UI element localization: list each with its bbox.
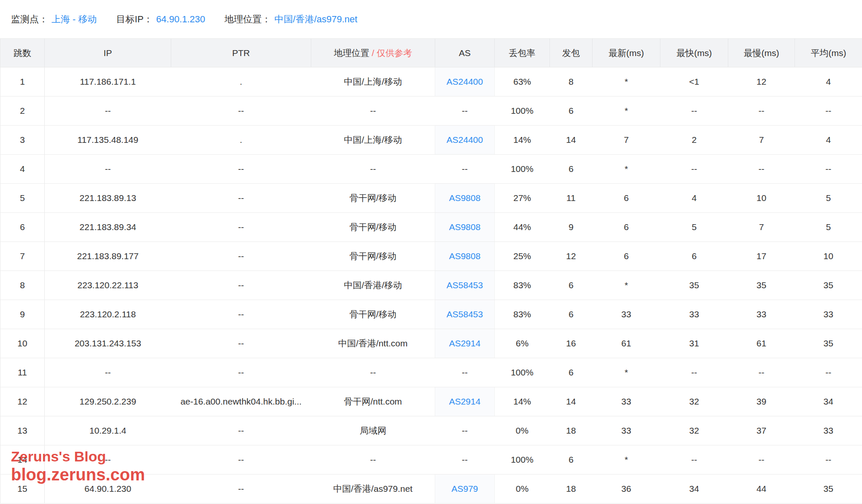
cell-ip: 117.135.48.149	[45, 126, 171, 155]
as-number-link[interactable]: AS58453	[447, 280, 483, 290]
cell-ptr: --	[171, 416, 311, 445]
cell-hop: 13	[0, 416, 45, 445]
cell-as: AS9808	[435, 184, 495, 213]
cell-avg: 33	[795, 416, 862, 445]
cell-sent: 8	[550, 67, 593, 97]
cell-hop: 4	[0, 155, 45, 184]
cell-avg: 35	[795, 475, 862, 504]
col-header-hop: 跳数	[0, 39, 45, 67]
col-header-ptr: PTR	[171, 39, 311, 67]
cell-fastest: 5	[660, 213, 728, 242]
table-row: 6221.183.89.34--骨干网/移动AS980844%96575	[0, 213, 862, 242]
cell-location: 中国/香港/ntt.com	[311, 329, 435, 358]
cell-location: --	[311, 97, 435, 126]
col-header-fastest: 最快(ms)	[660, 39, 728, 67]
cell-as: AS58453	[435, 271, 495, 300]
as-number-link[interactable]: AS9808	[449, 222, 481, 232]
table-row: 11--------100%6*------	[0, 358, 862, 387]
cell-as: --	[435, 97, 495, 126]
as-number-link[interactable]: AS979	[451, 484, 478, 493]
cell-sent: 11	[550, 184, 593, 213]
monitor-point-link[interactable]: 上海 - 移动	[51, 13, 97, 26]
cell-loss: 25%	[495, 242, 550, 271]
cell-location: 中国/香港/移动	[311, 271, 435, 300]
cell-ptr: --	[171, 242, 311, 271]
cell-ip: 64.90.1.230	[45, 475, 171, 504]
as-number-link[interactable]: AS24400	[447, 135, 483, 145]
cell-latest: *	[593, 271, 660, 300]
cell-slowest: 33	[728, 300, 795, 329]
as-number-link[interactable]: AS9808	[449, 251, 481, 261]
cell-ptr: .	[171, 126, 311, 155]
cell-ptr: --	[171, 155, 311, 184]
table-row: 8223.120.22.113--中国/香港/移动AS5845383%6*353…	[0, 271, 862, 300]
cell-loss: 6%	[495, 329, 550, 358]
as-number-link[interactable]: AS58453	[447, 309, 483, 319]
cell-ip: --	[45, 358, 171, 387]
table-row: 10203.131.243.153--中国/香港/ntt.comAS29146%…	[0, 329, 862, 358]
col-header-location: 地理位置 / 仅供参考	[311, 39, 435, 67]
cell-sent: 14	[550, 126, 593, 155]
cell-loss: 44%	[495, 213, 550, 242]
cell-latest: 61	[593, 329, 660, 358]
cell-sent: 9	[550, 213, 593, 242]
cell-latest: 7	[593, 126, 660, 155]
cell-avg: 10	[795, 242, 862, 271]
cell-avg: 33	[795, 300, 862, 329]
cell-ip: 223.120.2.118	[45, 300, 171, 329]
cell-location: 中国/上海/移动	[311, 67, 435, 97]
cell-slowest: 37	[728, 416, 795, 445]
cell-avg: 5	[795, 184, 862, 213]
cell-hop: 7	[0, 242, 45, 271]
cell-ptr: .	[171, 67, 311, 97]
cell-ptr: --	[171, 329, 311, 358]
cell-sent: 18	[550, 475, 593, 504]
cell-avg: 5	[795, 213, 862, 242]
col-header-ip: IP	[45, 39, 171, 67]
cell-latest: *	[593, 67, 660, 97]
cell-location: 骨干网/移动	[311, 300, 435, 329]
cell-slowest: 61	[728, 329, 795, 358]
cell-hop: 15	[0, 475, 45, 504]
cell-sent: 6	[550, 97, 593, 126]
cell-sent: 6	[550, 271, 593, 300]
cell-as: AS24400	[435, 67, 495, 97]
cell-fastest: --	[660, 155, 728, 184]
cell-ptr: --	[171, 184, 311, 213]
cell-location: --	[311, 445, 435, 475]
cell-ip: 221.183.89.13	[45, 184, 171, 213]
cell-avg: 35	[795, 329, 862, 358]
cell-ip: 10.29.1.4	[45, 416, 171, 445]
table-row: 7221.183.89.177--骨干网/移动AS980825%12661710	[0, 242, 862, 271]
as-number-link[interactable]: AS2914	[449, 338, 481, 348]
cell-avg: 4	[795, 67, 862, 97]
as-number-link[interactable]: AS24400	[447, 77, 483, 86]
target-ip-link[interactable]: 64.90.1.230	[156, 14, 205, 25]
as-number-link[interactable]: AS9808	[449, 193, 481, 203]
geo-location-link[interactable]: 中国/香港/as979.net	[275, 13, 358, 26]
cell-sent: 14	[550, 387, 593, 416]
cell-as: AS2914	[435, 387, 495, 416]
cell-ip: --	[45, 445, 171, 475]
cell-fastest: --	[660, 445, 728, 475]
cell-latest: 33	[593, 387, 660, 416]
cell-ptr: --	[171, 271, 311, 300]
cell-as: AS9808	[435, 242, 495, 271]
col-header-latest: 最新(ms)	[593, 39, 660, 67]
as-number-link[interactable]: AS2914	[449, 397, 481, 406]
table-row: 14--------100%6*------	[0, 445, 862, 475]
cell-sent: 6	[550, 445, 593, 475]
cell-sent: 6	[550, 358, 593, 387]
cell-as: AS58453	[435, 300, 495, 329]
cell-hop: 11	[0, 358, 45, 387]
col-header-slowest: 最慢(ms)	[728, 39, 795, 67]
cell-sent: 6	[550, 155, 593, 184]
cell-hop: 9	[0, 300, 45, 329]
cell-slowest: 10	[728, 184, 795, 213]
cell-loss: 14%	[495, 126, 550, 155]
cell-latest: *	[593, 358, 660, 387]
cell-location: 骨干网/ntt.com	[311, 387, 435, 416]
cell-hop: 2	[0, 97, 45, 126]
table-row: 1310.29.1.4--局域网--0%1833323733	[0, 416, 862, 445]
cell-avg: --	[795, 97, 862, 126]
